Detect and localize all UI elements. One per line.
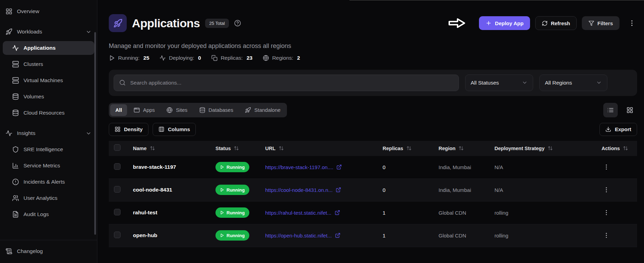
region-value: India, Mumbai	[439, 164, 494, 170]
row-checkbox[interactable]	[114, 209, 121, 215]
kebab-icon	[603, 164, 610, 171]
stat-deploying: Deploying:0	[160, 55, 201, 61]
rocket-icon	[245, 107, 251, 113]
filters-button[interactable]: Filters	[582, 16, 619, 30]
column-header-url[interactable]: URL	[265, 146, 383, 151]
app-name: rahul-test	[133, 210, 215, 216]
refresh-button[interactable]: Refresh	[535, 16, 577, 30]
external-link-icon	[335, 233, 340, 238]
columns-button[interactable]: Columns	[153, 123, 196, 136]
column-header-region[interactable]: Region	[439, 146, 494, 151]
server-icon	[12, 77, 19, 84]
tabs-row: AllAppsSitesDatabasesStandalone	[109, 103, 637, 117]
play-icon	[109, 55, 115, 61]
column-header-name[interactable]: Name	[133, 146, 215, 151]
header-more-menu-button[interactable]	[627, 19, 637, 28]
columns-icon	[158, 126, 164, 132]
sidebar-item-virtual-machines[interactable]: Virtual Machines	[3, 74, 94, 87]
kebab-icon	[603, 186, 610, 193]
region-value: Global CDN	[439, 210, 494, 216]
app-url-link[interactable]: https://open-hub.static.nifet...	[265, 233, 383, 238]
stat-replicas: Replicas:23	[211, 55, 252, 61]
column-header-replicas[interactable]: Replicas	[383, 146, 439, 151]
deployment-strategy-value: N/A	[494, 164, 602, 170]
list-view-button[interactable]	[603, 103, 618, 117]
select-all-checkbox[interactable]	[114, 144, 121, 151]
globe-icon	[166, 107, 173, 113]
tab-standalone[interactable]: Standalone	[240, 104, 286, 116]
sidebar-item-insights[interactable]: Insights	[3, 126, 94, 140]
tab-all[interactable]: All	[110, 104, 127, 116]
sidebar-scrollbar[interactable]	[94, 32, 96, 235]
sidebar-item-label: Overview	[17, 8, 39, 14]
app-name: open-hub	[133, 232, 215, 238]
globe-icon	[263, 55, 269, 61]
sort-icon	[150, 146, 155, 151]
play-icon	[220, 165, 224, 169]
region-value: Global CDN	[439, 233, 494, 238]
sidebar-item-incidents-alerts[interactable]: Incidents & Alerts	[3, 175, 94, 189]
server-icon	[12, 61, 19, 68]
sidebar-item-user-analytics[interactable]: User Analytics	[3, 191, 94, 205]
database-icon	[199, 107, 205, 113]
tab-apps[interactable]: Apps	[128, 104, 160, 116]
row-actions-menu-button[interactable]	[602, 208, 611, 217]
deployment-strategy-value: rolling	[494, 233, 602, 238]
kebab-icon	[628, 19, 636, 27]
bar-chart-icon	[12, 162, 19, 169]
stat-regions: Regions:2	[263, 55, 300, 61]
status-filter-dropdown[interactable]: All Statuses	[465, 75, 533, 91]
tab-databases[interactable]: Databases	[194, 104, 239, 116]
deploy-app-button[interactable]: Deploy App	[479, 16, 530, 30]
export-button[interactable]: Export	[599, 123, 637, 136]
app-url-link[interactable]: https://brave-stack-1197.on....	[265, 164, 383, 170]
sidebar-item-audit-logs[interactable]: Audit Logs	[3, 207, 94, 221]
download-icon	[605, 126, 611, 132]
replicas-count: 0	[383, 187, 439, 193]
region-filter-dropdown[interactable]: All Regions	[539, 75, 607, 91]
tab-sites[interactable]: Sites	[161, 104, 192, 116]
column-header-actions[interactable]: Actions	[602, 146, 637, 151]
density-button[interactable]: Density	[109, 123, 148, 136]
page-subtitle: Manage and monitor your deployed applica…	[109, 42, 637, 50]
column-header-deployment-strategy[interactable]: Deployment Strategy	[494, 146, 602, 151]
stat-value: 0	[198, 55, 201, 61]
region-value: India, Mumbai	[439, 187, 494, 193]
row-checkbox[interactable]	[114, 232, 121, 238]
chevron-down-icon	[522, 80, 528, 86]
row-checkbox[interactable]	[114, 186, 121, 193]
row-checkbox[interactable]	[114, 163, 121, 170]
sidebar-item-clusters[interactable]: Clusters	[3, 57, 94, 71]
column-header-status[interactable]: Status	[215, 146, 265, 151]
help-icon	[234, 20, 241, 27]
stats-row: Running:25Deploying:0Replicas:23Regions:…	[109, 55, 637, 61]
sidebar-item-service-metrics[interactable]: Service Metrics	[3, 159, 94, 173]
row-actions-menu-button[interactable]	[602, 231, 611, 240]
sidebar-item-volumes[interactable]: Volumes	[3, 90, 94, 104]
external-link-icon	[336, 187, 341, 193]
sidebar-item-cloud-resources[interactable]: Cloud Resources	[3, 106, 94, 120]
replicas-count: 1	[383, 210, 439, 216]
search-icon	[119, 79, 126, 86]
sidebar-item-changelog[interactable]: Changelog	[3, 244, 94, 258]
sidebar-item-label: Virtual Machines	[23, 77, 63, 84]
sidebar-item-label: SRE Intelligence	[23, 146, 63, 153]
sidebar-nav: OverviewWorkloadsApplicationsClustersVir…	[0, 4, 97, 240]
grid-view-button[interactable]	[623, 103, 637, 117]
app-url-link[interactable]: https://cool-node-8431.on.n...	[265, 187, 383, 193]
row-actions-menu-button[interactable]	[602, 185, 611, 195]
grid-icon	[115, 126, 121, 132]
sidebar-item-label: Service Metrics	[23, 163, 60, 169]
grid-icon	[6, 8, 12, 15]
help-button[interactable]	[234, 20, 241, 27]
deployment-strategy-value: rolling	[494, 210, 602, 216]
sidebar-item-workloads[interactable]: Workloads	[3, 25, 94, 39]
row-actions-menu-button[interactable]	[602, 162, 611, 172]
sidebar-item-applications[interactable]: Applications	[3, 41, 94, 55]
sidebar-item-sre-intelligence[interactable]: SRE Intelligence	[3, 143, 94, 156]
table-header: NameStatusURLReplicasRegionDeployment St…	[109, 141, 637, 156]
search-input[interactable]	[129, 79, 453, 86]
sidebar-item-overview[interactable]: Overview	[3, 4, 94, 18]
app-url-link[interactable]: https://rahul-test.static.nifet...	[265, 210, 383, 216]
app-name: cool-node-8431	[133, 187, 215, 193]
